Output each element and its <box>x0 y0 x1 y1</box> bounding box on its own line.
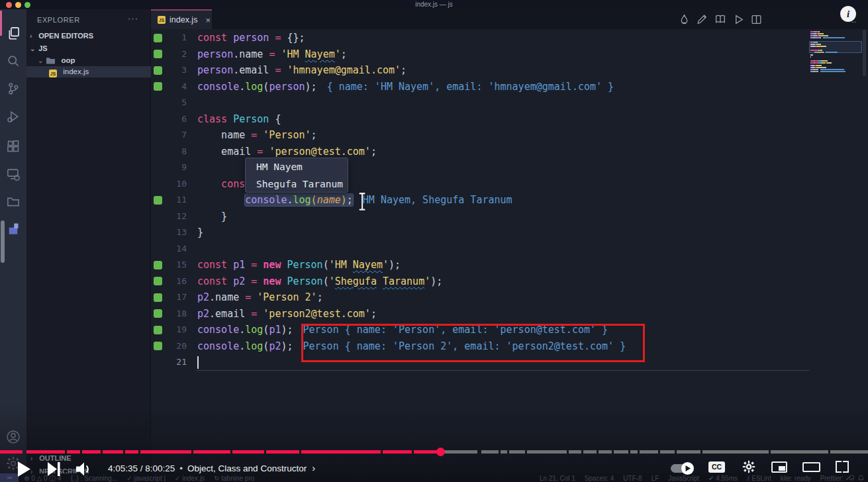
miniplayer-button[interactable] <box>771 461 787 473</box>
fullscreen-button[interactable] <box>836 461 849 473</box>
code-line[interactable]: 15const p1 = new Person('HM Nayem'); <box>151 257 868 273</box>
code-line[interactable]: 11 console.log(name);HM Nayem, Shegufa T… <box>151 192 868 209</box>
code-line[interactable]: 13} <box>151 224 868 241</box>
extensions-icon[interactable] <box>0 133 26 160</box>
tab-indexjs[interactable]: JS index.js × <box>151 9 212 29</box>
code-text: p2.email = 'person2@test.com'; <box>197 306 377 322</box>
annotation-rectangle <box>301 324 645 362</box>
autoplay-toggle[interactable] <box>671 464 693 473</box>
code-line[interactable]: 6class Person { <box>151 111 868 128</box>
code-line[interactable]: 16const p2 = new Person('Shegufa Taranum… <box>151 273 868 290</box>
chapter-chevron-icon[interactable]: › <box>312 462 315 473</box>
split-editor-icon[interactable] <box>751 14 762 25</box>
editor-scrollbar[interactable] <box>863 30 866 76</box>
value-tooltip: HM Nayem Shegufa Taranum <box>245 158 348 193</box>
volume-icon[interactable] <box>76 462 93 476</box>
code-text: person.name = 'HM Nayem'; <box>197 46 347 63</box>
code-line[interactable]: 17p2.name = 'Person 2'; <box>151 289 868 306</box>
chevron-down-icon: ⌄ <box>30 43 36 54</box>
next-button[interactable] <box>48 462 60 476</box>
tab-close-icon[interactable]: × <box>205 15 211 25</box>
progress-segment <box>266 450 299 454</box>
gutter: 17 <box>151 289 197 306</box>
code-line[interactable]: 1const person = {}; <box>151 30 868 46</box>
run-debug-icon[interactable] <box>0 103 26 130</box>
progress-segment <box>481 450 499 454</box>
tooltip-line: HM Nayem <box>246 158 348 175</box>
code-text: person.email = 'hmnayem@gmail.com'; <box>197 62 407 79</box>
progress-segment <box>640 450 658 454</box>
code-text: console.log(name);HM Nayem, Shegufa Tara… <box>197 192 512 209</box>
gutter: 4 <box>151 79 197 95</box>
progress-segment <box>630 450 638 454</box>
project-folder-icon[interactable] <box>0 189 26 215</box>
quokka-flame-icon[interactable] <box>679 14 690 25</box>
code-text: const p2 = new Person('Shegufa Taranum')… <box>197 273 442 290</box>
gutter: 21 <box>151 354 197 371</box>
progress-segment <box>125 450 138 454</box>
file-item-indexjs[interactable]: JS index.js <box>26 66 151 77</box>
progress-segment <box>26 450 65 454</box>
change-marker <box>154 196 162 205</box>
remote-explorer-icon[interactable] <box>0 161 26 187</box>
workspace-section[interactable]: ⌄ JS <box>26 43 151 54</box>
code-line[interactable]: 4console.log(person);{ name: 'HM Nayem',… <box>151 79 868 95</box>
code-line[interactable]: 18p2.email = 'person2@test.com'; <box>151 306 868 322</box>
code-lines: 1const person = {};2person.name = 'HM Na… <box>151 30 868 371</box>
gutter: 11 <box>151 192 197 209</box>
explorer-more-actions[interactable]: ··· <box>128 13 138 23</box>
video-scrubber[interactable] <box>436 448 445 456</box>
search-icon[interactable] <box>0 48 26 74</box>
progress-segment <box>67 450 80 454</box>
code-line[interactable]: 5 <box>151 95 868 111</box>
captions-button[interactable]: CC <box>708 461 725 473</box>
progress-segment <box>569 450 581 454</box>
code-text: console.log(person);{ name: 'HM Nayem', … <box>197 79 614 95</box>
inline-log-output: HM Nayem, Shegufa Taranum <box>363 194 512 206</box>
code-text: } <box>197 224 203 241</box>
video-progress-bar[interactable] <box>0 450 868 454</box>
explorer-sidebar: EXPLORER ··· › OPEN EDITORS ⌄ JS ⌄ oop J… <box>26 9 151 482</box>
gutter: 19 <box>151 322 197 338</box>
progress-segment <box>444 450 477 454</box>
folder-item-oop[interactable]: ⌄ oop <box>26 55 151 66</box>
chapter-title[interactable]: Object, Class and Constructor <box>187 463 307 473</box>
tooltip-line: Shegufa Taranum <box>246 175 348 193</box>
open-editors-section[interactable]: › OPEN EDITORS <box>26 30 151 42</box>
gutter: 6 <box>151 111 197 128</box>
code-text: const person = {}; <box>197 30 305 46</box>
activitybar-scroll-indicator[interactable] <box>1 220 5 263</box>
source-control-icon[interactable] <box>0 75 26 102</box>
change-marker <box>154 326 162 334</box>
code-line[interactable]: 14 <box>151 241 868 258</box>
screen: index.js — js <box>0 0 868 482</box>
gutter: 12 <box>151 209 197 225</box>
progress-segment <box>232 450 264 454</box>
progress-segment <box>583 450 597 454</box>
code-line[interactable]: 2person.name = 'HM Nayem'; <box>151 46 868 63</box>
video-info-button[interactable]: i <box>840 6 856 22</box>
video-time: 4:05:35 / 8:00:25•Object, Class and Cons… <box>108 462 315 473</box>
progress-segment <box>599 450 612 454</box>
code-line[interactable]: 3person.email = 'hmnayem@gmail.com'; <box>151 62 868 79</box>
code-text: class Person { <box>197 111 281 128</box>
gutter: 18 <box>151 306 197 322</box>
progress-segment <box>103 450 123 454</box>
open-preview-icon[interactable] <box>714 14 726 25</box>
format-pen-icon[interactable] <box>697 14 708 25</box>
play-button[interactable] <box>18 461 31 477</box>
account-icon[interactable] <box>0 424 26 450</box>
code-line[interactable]: 7 name = 'Person'; <box>151 127 868 144</box>
explorer-title: EXPLORER <box>37 16 80 24</box>
minimap[interactable] <box>810 30 861 75</box>
code-text: } <box>197 209 227 225</box>
code-text: const p1 = new Person('HM Nayem'); <box>197 257 401 273</box>
window-title: index.js — js <box>0 1 868 8</box>
run-file-icon[interactable] <box>733 14 744 25</box>
theater-mode-button[interactable] <box>802 462 820 472</box>
explorer-icon[interactable] <box>0 20 26 46</box>
settings-button[interactable] <box>742 460 755 473</box>
gutter: 8 <box>151 144 197 160</box>
code-line[interactable]: 12 } <box>151 209 868 225</box>
change-marker <box>154 50 162 58</box>
